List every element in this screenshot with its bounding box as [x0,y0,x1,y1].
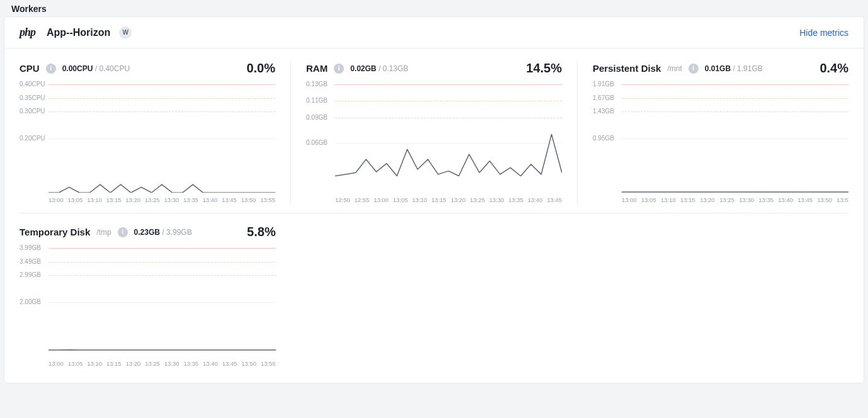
x-tick: 13:50 [817,196,832,204]
usage-text: 0.23GB / 3.99GB [134,228,192,237]
x-tick: 13:25 [145,196,160,204]
metrics-row-1: CPUi0.00CPU / 0.40CPU0.0%0.40CPU0.35CPU0… [20,61,848,204]
x-tick: 13:30 [739,196,754,204]
y-tick: 0.06GB [306,140,328,146]
x-tick: 13:30 [164,196,179,204]
workers-card: php App--Horizon W Hide metrics CPUi0.00… [4,16,864,383]
x-tick: 13:10 [87,196,102,204]
y-tick: 0.40CPU [20,81,45,88]
x-tick: 13:35 [758,196,774,204]
x-tick: 13:05 [68,196,83,204]
metric-title: CPU [20,63,40,74]
metric-persistent-disk: Persistent Disk/mnti0.01GB / 1.91GB0.4%1… [578,61,848,204]
metric-title: Persistent Disk [593,63,661,74]
section-header: Workers [0,0,868,16]
plot-area [49,248,276,356]
metric-empty [577,225,848,368]
x-tick: 13:40 [528,196,543,204]
chart: 0.13GB0.11GB0.09GB0.06GB12:5012:5513:001… [306,84,562,204]
x-tick: 13:5 [837,196,848,204]
x-tick: 12:50 [335,196,350,204]
usage-text: 0.02GB / 0.13GB [350,64,408,73]
metric-header: RAMi0.02GB / 0.13GB14.5% [306,61,562,76]
x-tick: 13:35 [508,196,523,204]
percentage: 14.5% [526,61,562,76]
metric-ram: RAMi0.02GB / 0.13GB14.5%0.13GB0.11GB0.09… [291,61,577,204]
x-tick: 13:55 [261,360,276,368]
hide-metrics-link[interactable]: Hide metrics [799,28,848,38]
y-tick: 0.11GB [306,98,328,104]
metric-header: Temporary Disk/tmpi0.23GB / 3.99GB5.8% [20,225,276,239]
y-tick: 3.49GB [20,259,41,265]
worker-badge: W [119,26,132,39]
chart: 3.99GB3.49GB2.99GB2.00GB13:0013:0513:101… [20,248,276,368]
x-tick: 13:05 [641,196,656,204]
y-tick: 2.00GB [20,299,41,305]
percentage: 0.4% [819,61,848,76]
x-tick: 13:15 [106,360,122,368]
y-tick: 1.43GB [593,108,614,115]
x-tick: 13:15 [106,196,122,204]
card-body: CPUi0.00CPU / 0.40CPU0.0%0.40CPU0.35CPU0… [4,48,864,383]
x-tick: 13:30 [489,196,505,204]
metric-cpu: CPUi0.00CPU / 0.40CPU0.0%0.40CPU0.35CPU0… [20,61,290,204]
card-header: php App--Horizon W Hide metrics [4,17,864,48]
y-tick: 0.20CPU [20,135,45,142]
x-axis: 13:0013:0513:1013:1513:2013:2513:3013:35… [622,196,848,204]
section-title: Workers [11,4,47,14]
x-tick: 13:35 [183,360,198,368]
php-logo-icon: php [20,26,35,39]
metric-subtitle: /tmp [96,228,111,237]
metric-empty [291,225,578,368]
metric-title: RAM [306,63,328,74]
x-axis: 13:0013:0513:1013:1513:2013:2513:3013:35… [49,360,276,368]
x-tick: 13:20 [126,360,141,368]
y-tick: 0.13GB [306,81,328,88]
x-tick: 13:45 [222,360,237,368]
chart: 1.91GB1.67GB1.43GB0.95GB13:0013:0513:101… [593,84,848,204]
x-tick: 13:00 [374,196,389,204]
x-tick: 13:40 [203,196,218,204]
x-axis: 12:5012:5513:0013:0513:1013:1513:2013:25… [335,196,562,204]
x-tick: 13:05 [68,360,83,368]
chart: 0.40CPU0.35CPU0.30CPU0.20CPU13:0013:0513… [20,84,275,204]
x-tick: 13:50 [241,196,256,204]
x-tick: 13:10 [412,196,427,204]
workers-page: Workers php App--Horizon W Hide metrics … [0,0,868,418]
y-tick: 0.95GB [593,135,614,142]
info-icon[interactable]: i [118,227,128,237]
plot-area [49,84,275,193]
x-tick: 13:25 [470,196,485,204]
info-icon[interactable]: i [688,64,699,74]
x-tick: 13:10 [661,196,676,204]
x-tick: 13:45 [222,196,237,204]
plot-area [622,84,848,193]
metric-title: Temporary Disk [20,227,90,237]
y-tick: 1.91GB [593,81,614,88]
x-tick: 13:00 [622,196,637,204]
x-tick: 13:45 [547,196,562,204]
info-icon[interactable]: i [334,64,344,74]
y-tick: 0.35CPU [20,95,45,101]
y-tick: 2.99GB [20,272,41,278]
info-icon[interactable]: i [46,64,56,74]
x-tick: 13:10 [87,360,102,368]
metric-header: CPUi0.00CPU / 0.40CPU0.0% [20,61,275,76]
x-tick: 13:25 [719,196,734,204]
usage-text: 0.00CPU / 0.40CPU [62,64,130,73]
x-tick: 13:00 [49,196,64,204]
x-tick: 13:15 [680,196,695,204]
x-axis: 13:0013:0513:1013:1513:2013:2513:3013:35… [49,196,275,204]
x-tick: 13:55 [260,196,275,204]
x-tick: 13:25 [145,360,160,368]
x-tick: 13:50 [241,360,256,368]
percentage: 0.0% [246,61,275,76]
plot-area [335,84,562,193]
x-tick: 13:40 [778,196,793,204]
y-tick: 0.30CPU [20,108,45,115]
x-tick: 13:40 [203,360,218,368]
usage-text: 0.01GB / 1.91GB [705,64,763,73]
x-tick: 13:20 [450,196,465,204]
card-title: App--Horizon [47,27,110,38]
y-tick: 3.99GB [20,245,41,251]
